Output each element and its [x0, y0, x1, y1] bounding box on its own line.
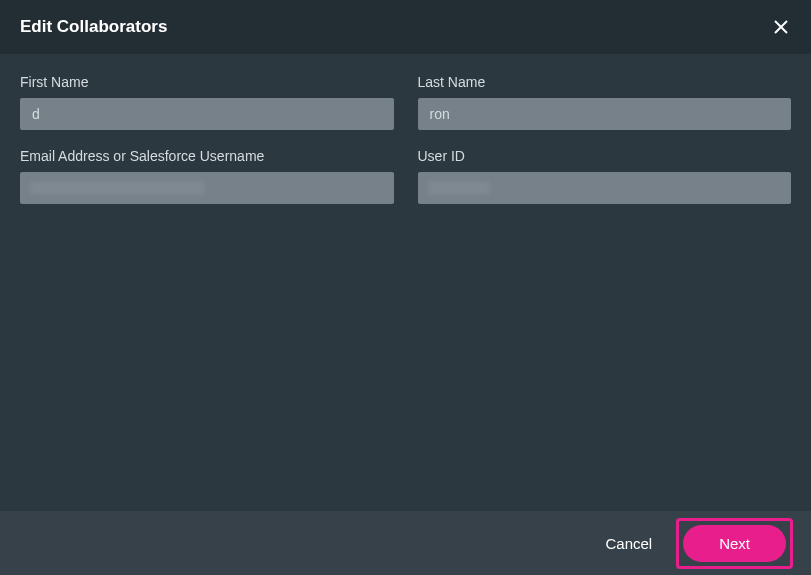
redacted-placeholder	[30, 181, 205, 195]
form-group-email: Email Address or Salesforce Username	[20, 148, 394, 204]
last-name-label: Last Name	[418, 74, 792, 90]
email-label: Email Address or Salesforce Username	[20, 148, 394, 164]
user-id-label: User ID	[418, 148, 792, 164]
form-group-user-id: User ID	[418, 148, 792, 204]
modal-body: First Name Last Name Email Address or Sa…	[0, 54, 811, 511]
user-id-input[interactable]	[418, 172, 792, 204]
modal-title: Edit Collaborators	[20, 17, 167, 37]
next-button-highlight: Next	[676, 518, 793, 569]
first-name-input[interactable]	[20, 98, 394, 130]
edit-collaborators-modal: Edit Collaborators First Name Last Name …	[0, 0, 811, 575]
modal-header: Edit Collaborators	[0, 0, 811, 54]
form-row-name: First Name Last Name	[20, 74, 791, 130]
email-input[interactable]	[20, 172, 394, 204]
form-row-credentials: Email Address or Salesforce Username Use…	[20, 148, 791, 204]
form-group-first-name: First Name	[20, 74, 394, 130]
first-name-label: First Name	[20, 74, 394, 90]
form-group-last-name: Last Name	[418, 74, 792, 130]
close-icon[interactable]	[771, 17, 791, 37]
cancel-button[interactable]: Cancel	[605, 535, 652, 552]
next-button[interactable]: Next	[683, 525, 786, 562]
last-name-input[interactable]	[418, 98, 792, 130]
modal-footer: Cancel Next	[0, 511, 811, 575]
redacted-placeholder	[428, 181, 490, 195]
